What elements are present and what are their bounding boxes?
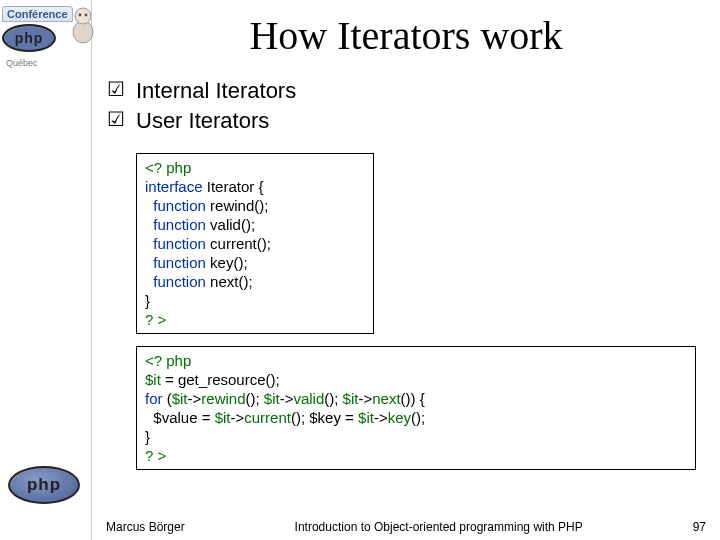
- code-token: $it: [343, 390, 359, 407]
- php-badge-bottom: php: [8, 466, 80, 504]
- code-token: <? php: [145, 352, 191, 369]
- code-token: key: [388, 409, 411, 426]
- code-token: = get_resource();: [161, 371, 280, 388]
- code-token: {: [258, 178, 263, 195]
- code-token: next: [210, 273, 238, 290]
- footer-course: Introduction to Object-oriented programm…: [185, 520, 693, 534]
- code-token: ->: [374, 409, 388, 426]
- code-token: (: [163, 390, 172, 407]
- bullet-list: ☑ Internal Iterators ☑ User Iterators: [102, 77, 710, 135]
- code-token: rewind: [201, 390, 245, 407]
- footer-page-number: 97: [693, 520, 706, 534]
- svg-point-2: [79, 14, 82, 17]
- code-token: current: [210, 235, 257, 252]
- code-token: ();: [241, 216, 255, 233]
- code-token: function: [153, 273, 206, 290]
- code-token: function: [153, 235, 206, 252]
- code-token: $it: [172, 390, 188, 407]
- code-block-usage: <? php $it = get_resource(); for ($it->r…: [136, 346, 696, 470]
- code-token: ()) {: [401, 390, 425, 407]
- code-token: next: [372, 390, 400, 407]
- code-token: ? >: [145, 311, 166, 328]
- code-token: (); $key =: [291, 409, 358, 426]
- code-token: ();: [324, 390, 342, 407]
- code-token: }: [145, 428, 150, 445]
- code-token: ->: [358, 390, 372, 407]
- code-token: ();: [233, 254, 247, 271]
- code-token: ();: [257, 235, 271, 252]
- bullet-text: Internal Iterators: [136, 77, 296, 105]
- code-token: <? php: [145, 159, 191, 176]
- code-token: interface: [145, 178, 203, 195]
- slide-title: How Iterators work: [102, 0, 710, 77]
- code-token: ();: [238, 273, 252, 290]
- code-token: $it: [215, 409, 231, 426]
- code-token: function: [153, 254, 206, 271]
- php-oval-icon: php: [8, 466, 80, 504]
- code-token: function: [153, 197, 206, 214]
- code-token: function: [153, 216, 206, 233]
- code-token: $it: [264, 390, 280, 407]
- svg-point-3: [85, 14, 88, 17]
- code-block-interface: <? php interface Iterator { function rew…: [136, 153, 374, 334]
- bullet-item: ☑ User Iterators: [106, 107, 710, 135]
- code-token: $it: [145, 371, 161, 388]
- code-token: $it: [358, 409, 374, 426]
- code-token: ();: [411, 409, 425, 426]
- code-token: ? >: [145, 447, 166, 464]
- slide-content: How Iterators work ☑ Internal Iterators …: [92, 0, 720, 540]
- code-token: key: [210, 254, 233, 271]
- slide-footer: Marcus Börger Introduction to Object-ori…: [0, 520, 720, 534]
- bullet-item: ☑ Internal Iterators: [106, 77, 710, 105]
- code-token: ->: [280, 390, 294, 407]
- bullet-text: User Iterators: [136, 107, 269, 135]
- code-token: for: [145, 390, 163, 407]
- code-token: valid: [210, 216, 241, 233]
- svg-point-1: [75, 8, 91, 24]
- conference-title: Conférence: [2, 6, 73, 22]
- php-badge-top: php: [2, 24, 56, 52]
- code-token: ();: [245, 390, 263, 407]
- sidebar: Conférence php Québec php: [0, 0, 92, 540]
- code-token: Iterator: [207, 178, 255, 195]
- conference-logo: Conférence php Québec: [0, 0, 91, 74]
- php-oval-icon: php: [2, 24, 56, 52]
- checkbox-icon: ☑: [106, 77, 126, 101]
- code-token: ->: [188, 390, 202, 407]
- footer-author: Marcus Börger: [106, 520, 185, 534]
- code-token: $value =: [145, 409, 215, 426]
- conference-subtext: Québec: [6, 58, 38, 68]
- code-token: ();: [254, 197, 268, 214]
- code-token: current: [244, 409, 291, 426]
- checkbox-icon: ☑: [106, 107, 126, 131]
- code-token: valid: [293, 390, 324, 407]
- code-token: }: [145, 292, 150, 309]
- code-token: ->: [230, 409, 244, 426]
- code-token: rewind: [210, 197, 254, 214]
